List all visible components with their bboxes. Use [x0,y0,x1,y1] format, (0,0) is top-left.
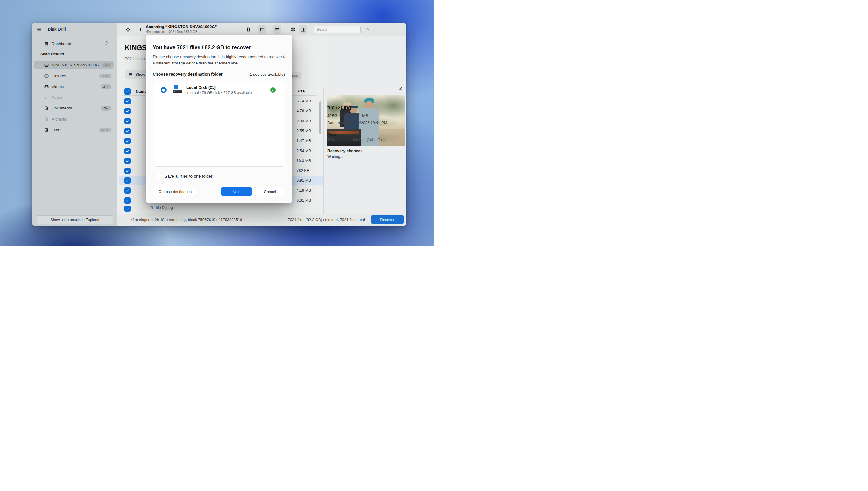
recovery-destination-dialog: You have 7021 files / 82.2 GB to recover… [146,35,292,203]
sidebar-item-kingston-drive[interactable]: KINGSTON SNV2S1000G 7K [34,61,114,69]
size-cell: 4.18 MB [297,188,311,193]
search-field [314,26,361,33]
devices-available-label: (1 devices available) [248,72,285,77]
file-checkbox[interactable] [124,138,130,144]
file-checkbox[interactable] [124,158,130,164]
sidebar-item-label: Other [52,128,62,132]
selection-status: 7021 files (82.2 GB) selected, 7021 file… [288,218,365,222]
main-toolbar: Scanning “KINGSTON SNV2S1000G” 4% comple… [117,23,406,36]
file-icon [149,205,154,210]
status-bar: <1m elapsed, 0h 18m remaining, block 759… [117,213,406,226]
group-by-files-button[interactable] [244,25,253,34]
dialog-body-text: Please choose recovery destination. It i… [153,54,287,66]
file-checkbox[interactable] [124,168,130,174]
sidebar-item-label: Dashboard [52,41,71,46]
preview-recovery-chances-value: Waiting... [327,154,343,159]
search-icon [366,27,370,32]
sidebar-item-audio[interactable]: Audio [34,93,114,102]
scan-progress-status: <1m elapsed, 0h 18m remaining, block 759… [130,218,242,222]
sidebar-item-label: KINGSTON SNV2S1000G [52,63,99,67]
file-checkbox[interactable] [124,118,130,124]
dialog-title: You have 7021 files / 82.2 GB to recover [153,45,251,51]
select-all-checkbox[interactable] [124,88,130,94]
preview-date-modified: Date modified 2/19/2026 10:41 PM [327,120,387,125]
pause-scan-button[interactable] [135,25,144,34]
file-row-partial[interactable]: file (2).jpg [149,205,173,210]
list-view-button[interactable] [273,25,281,34]
count-badge: 7K [102,63,111,67]
show-scan-results-in-explorer-button[interactable]: Show scan results in Explorer [37,215,113,224]
desktop-wallpaper: Disk Drill Dashboard Scan results KINGST… [0,0,434,246]
dashboard-grid-icon [44,41,49,46]
size-cell: 4.78 MB [297,109,311,113]
sidebar-item-pictures[interactable]: Pictures 3.1K [34,71,114,80]
name-column-header[interactable]: Name [135,89,147,94]
preview-path-label: Path [327,132,336,137]
file-checkbox[interactable] [124,98,130,105]
file-checkbox[interactable] [124,205,130,212]
group-by-folders-button[interactable] [258,25,266,34]
sidebar-item-other[interactable]: Other 2.9K [34,125,114,134]
file-name: file (2).jpg [156,205,173,210]
preview-file-name: file (2).jpg [327,105,351,111]
filter-sliders-icon [128,72,133,77]
home-tab-button[interactable] [124,25,132,34]
sidebar-item-videos[interactable]: Videos 314 [34,82,114,91]
device-radio-button[interactable] [161,87,166,93]
file-checkbox[interactable] [124,108,130,114]
show-filter-label: Show [135,72,145,77]
disk-drive-icon [44,63,49,67]
preview-panel-toggle-button[interactable] [299,25,307,34]
cancel-button[interactable]: Cancel [255,187,285,196]
scanning-spinner-icon [104,40,109,47]
count-badge: 3.1K [99,74,111,79]
sidebar-item-label: Documents [52,106,72,110]
scan-results-section-label: Scan results [40,52,64,56]
size-cell: 10.3 MB [297,158,311,163]
file-checkbox[interactable] [124,148,130,154]
sidebar-item-label: Audio [52,95,62,99]
device-subheading-truncated: 7021 files / 82.2 GB [125,56,146,61]
next-button[interactable]: Next [221,187,252,196]
audio-icon [44,95,49,100]
sidebar-item-documents[interactable]: Documents 754 [34,104,114,112]
file-checkbox[interactable] [124,187,130,194]
file-checkbox[interactable] [124,128,130,134]
preview-recovery-chances-label: Recovery chances [327,149,363,153]
recover-button[interactable]: Recover [371,215,404,224]
count-badge: 314 [101,84,111,89]
scan-status-subtitle: 4% complete – 7021 files / 82.2 GB [146,30,197,33]
device-ok-check-icon [270,87,276,93]
choose-destination-button[interactable]: Choose destination [153,187,197,196]
sidebar-item-label: Pictures [52,74,66,78]
sidebar-item-label: Videos [52,84,64,89]
list-scrollbar-thumb[interactable] [319,102,321,134]
open-external-icon[interactable] [398,86,403,92]
save-all-to-one-folder-checkbox[interactable] [155,173,162,180]
destination-folder-label: Choose recovery destination folder [153,72,223,77]
disk-drill-window: Disk Drill Dashboard Scan results KINGST… [32,23,406,226]
size-cell: 2.55 MB [297,128,311,133]
sidebar-item-dashboard[interactable]: Dashboard [34,39,114,48]
size-cell: 1.47 MB [297,138,311,143]
pictures-icon [44,74,49,79]
preview-panel: file (2).jpg JPEG Image – 8.91 MB Date m… [324,36,406,213]
search-input[interactable] [314,27,366,32]
grid-view-button[interactable] [289,25,297,34]
sidebar: Disk Drill Dashboard Scan results KINGST… [32,23,117,226]
sidebar-item-archives[interactable]: Archives [34,115,114,123]
device-row-local-disk-c[interactable]: Local Disk (C:) Internal 476 GB disk • 2… [154,81,284,100]
save-all-to-one-folder-label: Save all files to one folder [164,174,212,179]
file-checkbox[interactable] [124,198,130,204]
sidebar-brand: Disk Drill [32,23,117,36]
size-cell: 782 KB [297,168,309,173]
device-details: Internal 476 GB disk • 217 GB available [186,91,252,95]
hamburger-menu-icon[interactable] [37,27,42,32]
documents-icon [44,106,49,111]
preview-path-value: \Deleted or lost\Job Part (J)\file (2).j… [327,138,388,142]
file-checkbox-selected-row[interactable] [124,177,130,184]
app-title: Disk Drill [48,27,66,32]
size-cell-selected-row: 8.91 MB [297,178,311,182]
size-column-header[interactable]: Size [297,89,305,93]
photo-grill [327,129,361,146]
